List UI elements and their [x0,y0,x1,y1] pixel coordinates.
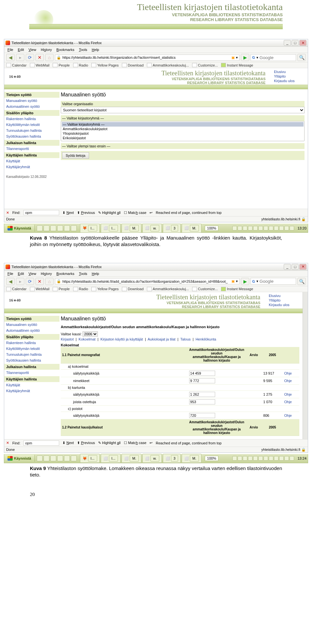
menu-view[interactable]: View [27,48,38,52]
ohje-link[interactable]: Ohje [284,400,292,404]
task-item[interactable]: ⬜ 3 [163,454,181,463]
search-input[interactable] [260,55,286,60]
find-prev[interactable]: ⬆ Previous [77,211,95,215]
nav-kirjaudu-ulos[interactable]: Kirjaudu ulos [274,79,308,83]
value-input[interactable] [189,371,215,376]
close-button[interactable]: ✕ [299,264,306,270]
maximize-button[interactable]: □ [292,40,299,46]
sidebar-kayttoliittyman[interactable]: Käyttöliittymän tekstit [4,122,59,128]
menu-history[interactable]: History [39,48,53,52]
sidebar-tunnuslukujen[interactable]: Tunnuslukujen hallinta [4,128,59,133]
sidebar-automaattinen[interactable]: Automaattinen syöttö [4,104,59,109]
reload-button[interactable]: ⟳ [26,278,34,285]
go-button[interactable]: ▶ [241,54,249,61]
stop-button[interactable]: ✕ [35,278,44,285]
sidebar-rakenteen[interactable]: Rakenteen hallinta [4,116,59,122]
nav-yllapito[interactable]: Ylläpito [269,298,303,303]
tab-kaytto[interactable]: Kirjaston käyttö ja käyttäjät [100,337,143,341]
value-input[interactable] [189,413,215,418]
find-prev[interactable]: ⬆ Previous [77,441,95,445]
value-input[interactable] [189,378,215,383]
listbox-kirjastoryhma[interactable]: — Valitse kirjastoryhmä — Ammattikorkeak… [61,121,305,141]
task-item[interactable]: ⬜ I... [101,224,121,233]
search-go-icon[interactable]: 🔍 [297,54,306,61]
find-matchcase[interactable]: ☐ Match case [124,211,146,215]
menu-bar[interactable]: FileEditViewHistoryBookmarksToolsHelp [4,271,308,277]
search-go-icon[interactable]: 🔍 [297,278,306,285]
ohje-link[interactable]: Ohje [284,379,292,383]
sidebar-syottokausien[interactable]: Syöttökausien hallinta [4,133,59,139]
ohje-link[interactable]: Ohje [284,414,292,417]
menu-edit[interactable]: Edit [17,48,25,52]
value-input[interactable] [189,392,215,397]
url-dropdown-icon[interactable]: ▾ [236,279,238,283]
minimize-button[interactable]: _ [284,264,291,270]
vertical-scrollbar[interactable] [303,292,308,439]
menu-bookmarks[interactable]: Bookmarks [55,48,76,52]
search-box[interactable]: G▾ [251,278,296,285]
menu-help[interactable]: Help [90,48,100,52]
find-matchcase[interactable]: ☐ Match case [124,441,146,445]
bm-radio[interactable]: Radio [73,63,88,67]
windows-taskbar-2[interactable]: Käynnistä 🦊 I... ⬜ I... ⬜ M. ⬜ w. ⬜ 3 ⬜ … [4,454,308,463]
task-item[interactable]: ⬜ w. [142,224,162,233]
find-input[interactable] [23,440,59,446]
task-item[interactable]: ⬜ M. [122,224,141,233]
search-input[interactable] [260,279,286,284]
find-bar[interactable]: ✕ Find: ⬇ Next ⬆ Previous ✎ Highlight al… [4,439,308,447]
bm-calendar[interactable]: Calendar [6,63,27,67]
findbar-close-icon[interactable]: ✕ [6,441,9,445]
ohje-link[interactable]: Ohje [284,371,292,375]
nav-etusivu[interactable]: Etusivu [269,293,303,298]
url-bar[interactable]: 🔒 ▣ ▾ [55,278,240,284]
forward-button[interactable]: ▸ [16,278,24,285]
nav-kirjaudu-ulos[interactable]: Kirjaudu ulos [269,303,303,307]
windows-taskbar-1[interactable]: Käynnistä 🦊 I... ⬜ I... ⬜ M. ⬜ w. ⬜ 3 ⬜ … [4,224,308,233]
forward-button[interactable]: ▸ [16,54,24,61]
sidebar-kayttajaryhmat[interactable]: Käyttäjäryhmät [4,164,59,170]
back-button[interactable]: ◀ [6,278,15,285]
zoom-indicator[interactable]: 100% [205,226,218,231]
bookmarks-toolbar[interactable]: Calendar WebMail People Radio Yellow Pag… [4,286,308,292]
task-item[interactable]: 🦊 I... [80,224,100,233]
url-input[interactable] [62,279,230,283]
url-bar[interactable]: 🔒 ▣ ▾ [55,55,240,61]
back-button[interactable]: ◀ [6,54,15,61]
bm-amk[interactable]: Ammattikorkeakouluj... [147,63,189,67]
home-button[interactable]: ⌂ [45,54,54,61]
tab-aukiolo[interactable]: Aukioloajat ja tilat [148,337,176,341]
tab-henkilokunta[interactable]: Henkilökunta [196,337,216,341]
start-button[interactable]: Käynnistä [4,455,35,462]
reload-button[interactable]: ⟳ [26,54,34,61]
find-input[interactable] [23,210,59,215]
nav-yllapito[interactable]: Ylläpito [274,74,308,79]
ohje-link[interactable]: Ohje [284,392,292,396]
go-button[interactable]: ▶ [241,278,249,285]
menu-tools[interactable]: Tools [78,48,89,52]
task-item[interactable]: ⬜ 3 [163,224,181,233]
bm-instantmessage[interactable]: Instant Message [221,63,253,67]
minimize-button[interactable]: _ [284,40,291,46]
bm-webmail[interactable]: WebMail [30,63,50,67]
bm-download[interactable]: Download [122,63,144,67]
find-next[interactable]: ⬇ Next [62,441,74,445]
find-highlight[interactable]: ✎ Highlight all [98,211,121,215]
task-item[interactable]: ⬜ M. [182,454,202,463]
value-input[interactable] [189,399,215,404]
task-item[interactable]: ⬜ M. [182,224,202,233]
sidebar-kayttajat[interactable]: Käyttäjät [4,158,59,164]
findbar-close-icon[interactable]: ✕ [6,211,9,215]
bookmarks-toolbar[interactable]: Calendar WebMail People Radio Yellow Pag… [4,62,308,68]
nav-etusivu[interactable]: Etusivu [274,69,308,74]
rss-icon[interactable]: ▣ [231,279,235,283]
find-bar[interactable]: ✕ Find: ⬇ Next ⬆ Previous ✎ Highlight al… [4,209,308,216]
task-item[interactable]: ⬜ w. [142,454,162,463]
home-button[interactable]: ⌂ [45,278,54,285]
task-item[interactable]: 🦊 I... [80,454,100,463]
submit-button[interactable]: Syötä tietoja [62,152,89,159]
bm-customize[interactable]: Customize... [192,63,218,67]
bm-yellowpages[interactable]: Yellow Pages [91,63,119,67]
select-kausi[interactable]: 2006 [83,331,98,337]
find-next[interactable]: ⬇ Next [62,211,74,215]
search-box[interactable]: G▾ [251,54,296,61]
